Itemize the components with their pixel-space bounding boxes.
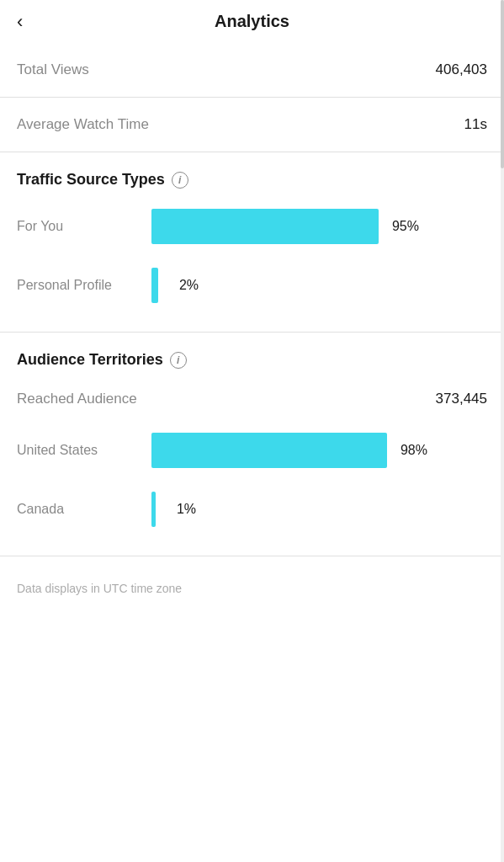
traffic-for-you-label: For You [17, 219, 151, 234]
audience-territories-info-icon[interactable]: i [170, 352, 187, 369]
avg-watch-time-label: Average Watch Time [17, 116, 149, 133]
reached-audience-label: Reached Audience [17, 391, 137, 407]
traffic-for-you-pct: 95% [387, 219, 419, 234]
total-views-value: 406,403 [436, 61, 487, 78]
traffic-for-you-bar-container: 95% [151, 209, 487, 244]
traffic-source-header: Traffic Source Types i [0, 152, 504, 197]
audience-canada-pct: 1% [164, 502, 196, 517]
traffic-personal-profile-bar-container: 2% [151, 268, 487, 303]
avg-watch-time-row: Average Watch Time 11s [0, 98, 504, 152]
traffic-personal-profile-row: Personal Profile 2% [0, 256, 504, 315]
header: ‹ Analytics [0, 0, 504, 43]
audience-canada-label: Canada [17, 502, 151, 517]
total-views-row: Total Views 406,403 [0, 43, 504, 97]
back-button[interactable]: ‹ [17, 11, 23, 33]
audience-canada-bar [151, 492, 156, 527]
traffic-source-info-icon[interactable]: i [172, 172, 188, 189]
page-title: Analytics [215, 12, 289, 31]
reached-audience-value: 373,445 [436, 391, 487, 407]
audience-territories-header: Audience Territories i [0, 333, 504, 377]
traffic-source-title: Traffic Source Types [17, 171, 165, 189]
avg-watch-time-value: 11s [464, 116, 487, 133]
audience-us-bar [151, 433, 387, 468]
audience-us-label: United States [17, 443, 151, 458]
audience-territories-title: Audience Territories [17, 351, 163, 369]
traffic-personal-profile-bar [151, 268, 158, 303]
traffic-personal-profile-pct: 2% [167, 278, 199, 293]
audience-canada-bar-container: 1% [151, 492, 487, 527]
traffic-for-you-bar [151, 209, 379, 244]
audience-canada-row: Canada 1% [0, 480, 504, 539]
scrollbar-thumb[interactable] [501, 0, 504, 168]
audience-us-bar-container: 98% [151, 433, 487, 468]
reached-audience-row: Reached Audience 373,445 [0, 377, 504, 421]
total-views-label: Total Views [17, 61, 89, 78]
audience-us-pct: 98% [395, 443, 427, 458]
scrollbar-track[interactable] [501, 0, 504, 862]
traffic-for-you-row: For You 95% [0, 197, 504, 256]
audience-us-row: United States 98% [0, 421, 504, 480]
traffic-personal-profile-label: Personal Profile [17, 278, 151, 293]
footer-note: Data displays in UTC time zone [0, 556, 504, 612]
